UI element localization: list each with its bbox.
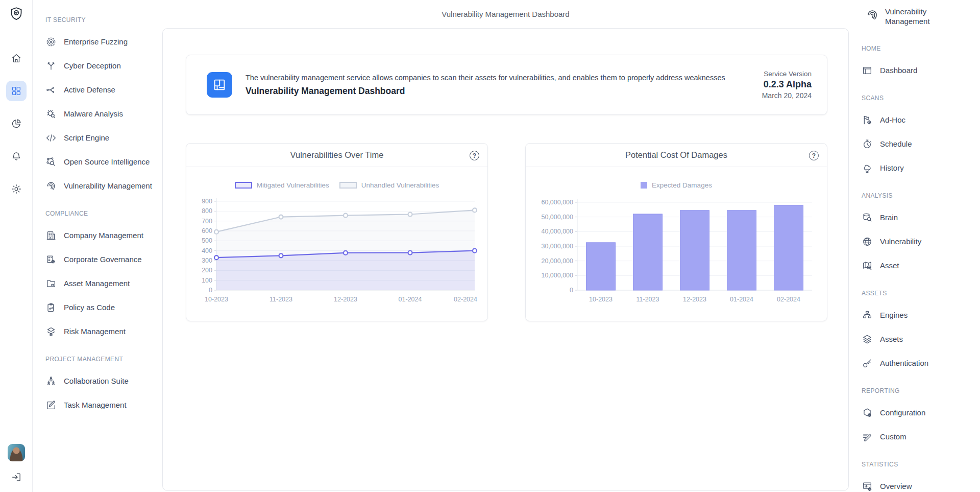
sidebar-item-label: Asset Management bbox=[64, 279, 130, 288]
sidebar-section-title: PROJECT MANAGEMENT bbox=[45, 343, 162, 369]
sidebar-item-label: Corporate Governance bbox=[64, 255, 142, 264]
right-nav-item-configuration[interactable]: Configuration bbox=[862, 401, 980, 425]
sidebar-item-label: Task Management bbox=[64, 401, 127, 409]
vulnerabilities-over-time-chart: 010020030040050060070080090010-202311-20… bbox=[186, 194, 487, 308]
legend-item-expected-damages[interactable]: Expected Damages bbox=[641, 181, 712, 189]
sidebar-item-enterprise-fuzzing[interactable]: Enterprise Fuzzing bbox=[45, 30, 162, 54]
legend-item-mitigated-vulnerabilities[interactable]: Mitigated Vulnerabilities bbox=[235, 181, 329, 189]
svg-text:01-2024: 01-2024 bbox=[399, 296, 422, 303]
sidebar-item-label: Enterprise Fuzzing bbox=[64, 37, 128, 46]
right-nav-item-label: Overview bbox=[880, 482, 912, 490]
active-defense-icon bbox=[45, 84, 57, 96]
sidebar-item-active-defense[interactable]: Active Defense bbox=[45, 78, 162, 102]
history-icon bbox=[862, 162, 873, 174]
right-nav-section-title: ASSETS bbox=[862, 277, 980, 303]
rail-notifications-button[interactable] bbox=[6, 146, 27, 167]
rail-dashboard-button[interactable] bbox=[6, 81, 27, 101]
sidebar-item-script-engine[interactable]: Script Engine bbox=[45, 126, 162, 150]
rail-settings-button[interactable] bbox=[6, 179, 27, 199]
vulnerabilities-over-time-card: Vulnerabilities Over Time ? Mitigated Vu… bbox=[186, 143, 488, 321]
right-nav-item-label: Asset bbox=[880, 261, 899, 270]
sidebar-item-open-source-intelligence[interactable]: Open Source Intelligence bbox=[45, 150, 162, 174]
sidebar-item-task-management[interactable]: Task Management bbox=[45, 393, 162, 417]
right-nav-item-authentication[interactable]: Authentication bbox=[862, 351, 980, 375]
svg-text:60,000,000: 60,000,000 bbox=[541, 199, 573, 206]
sidebar-item-risk-management[interactable]: Risk Management bbox=[45, 319, 162, 343]
schedule-icon bbox=[862, 138, 873, 150]
configuration-icon bbox=[862, 407, 873, 418]
vulnerability-management-icon bbox=[45, 180, 57, 192]
svg-text:12-2023: 12-2023 bbox=[334, 296, 357, 303]
service-version-label: Service Version bbox=[762, 70, 812, 78]
legend-label: Expected Damages bbox=[652, 181, 712, 189]
right-nav-item-asset[interactable]: Asset bbox=[862, 253, 980, 277]
page-title: Vulnerability Management Dashboard bbox=[162, 0, 849, 28]
sidebar-item-collaboration-suite[interactable]: Collaboration Suite bbox=[45, 369, 162, 393]
legend-key bbox=[339, 182, 357, 189]
svg-text:10-2023: 10-2023 bbox=[589, 296, 612, 303]
sidebar-item-label: Vulnerability Management bbox=[64, 181, 152, 190]
user-avatar[interactable] bbox=[8, 444, 25, 461]
svg-text:11-2023: 11-2023 bbox=[636, 296, 659, 303]
legend-key bbox=[641, 182, 647, 189]
right-nav-item-dashboard[interactable]: Dashboard bbox=[862, 58, 980, 82]
right-nav-section-title: STATISTICS bbox=[862, 449, 980, 474]
home-icon bbox=[11, 53, 22, 64]
risk-management-icon bbox=[45, 326, 57, 337]
help-icon[interactable]: ? bbox=[809, 151, 819, 160]
right-nav-item-custom[interactable]: Custom bbox=[862, 425, 980, 449]
svg-text:900: 900 bbox=[202, 198, 212, 205]
rail-analytics-button[interactable] bbox=[6, 113, 27, 134]
chart-title: Vulnerabilities Over Time bbox=[186, 144, 487, 167]
sidebar-item-label: Malware Analysis bbox=[64, 109, 123, 118]
right-nav-item-label: Brain bbox=[880, 213, 898, 222]
company-management-icon bbox=[45, 230, 57, 241]
right-sidebar: Vulnerability Management HOMEDashboardSC… bbox=[861, 0, 980, 492]
legend-item-unhandled-vulnerabilities[interactable]: Unhandled Vulnerabilities bbox=[339, 181, 439, 189]
right-nav-item-label: Authentication bbox=[880, 359, 928, 367]
sidebar-item-label: Risk Management bbox=[64, 327, 126, 336]
service-info-card: The vulnerability management service all… bbox=[186, 55, 827, 115]
svg-text:50,000,000: 50,000,000 bbox=[541, 214, 573, 221]
right-nav-item-overview[interactable]: Overview bbox=[862, 474, 980, 492]
right-nav-item-brain[interactable]: Brain bbox=[862, 205, 980, 229]
right-nav-item-history[interactable]: History bbox=[862, 156, 980, 180]
right-nav-item-engines[interactable]: Engines bbox=[862, 303, 980, 327]
malware-analysis-icon bbox=[45, 108, 57, 120]
svg-text:02-2024: 02-2024 bbox=[777, 296, 800, 303]
potential-cost-card: Potential Cost Of Damages ? Expected Dam… bbox=[525, 143, 827, 321]
right-nav-section-title: HOME bbox=[862, 33, 980, 58]
sidebar-item-malware-analysis[interactable]: Malware Analysis bbox=[45, 102, 162, 126]
sidebar-item-asset-management[interactable]: Asset Management bbox=[45, 271, 162, 295]
sidebar-item-vulnerability-management[interactable]: Vulnerability Management bbox=[45, 174, 162, 198]
gear-icon bbox=[11, 183, 22, 195]
right-nav-item-label: Engines bbox=[880, 311, 908, 319]
sidebar-item-label: Active Defense bbox=[64, 85, 115, 94]
right-nav-item-ad-hoc[interactable]: Ad-Hoc bbox=[862, 108, 980, 132]
right-nav-item-label: Ad-Hoc bbox=[880, 115, 905, 124]
svg-text:0: 0 bbox=[570, 287, 573, 294]
right-nav-item-schedule[interactable]: Schedule bbox=[862, 132, 980, 156]
svg-text:30,000,000: 30,000,000 bbox=[541, 243, 573, 250]
right-nav-item-assets[interactable]: Assets bbox=[862, 327, 980, 351]
right-nav-item-label: Vulnerability bbox=[880, 237, 921, 246]
right-nav-item-vulnerability[interactable]: Vulnerability bbox=[862, 229, 980, 253]
sidebar-item-corporate-governance[interactable]: Corporate Governance bbox=[45, 247, 162, 271]
sidebar-item-company-management[interactable]: Company Management bbox=[45, 223, 162, 247]
legend-key bbox=[235, 182, 252, 189]
help-icon[interactable]: ? bbox=[470, 151, 479, 160]
right-nav-item-label: Schedule bbox=[880, 139, 912, 148]
script-engine-icon bbox=[45, 132, 57, 144]
logout-icon[interactable] bbox=[11, 472, 22, 485]
potential-cost-chart: 010,000,00020,000,00030,000,00040,000,00… bbox=[526, 194, 827, 308]
module-brand-name: Vulnerability Management bbox=[885, 7, 941, 27]
sidebar-item-cyber-deception[interactable]: Cyber Deception bbox=[45, 54, 162, 78]
collaboration-suite-icon bbox=[45, 376, 57, 387]
svg-text:800: 800 bbox=[202, 207, 212, 215]
svg-text:02-2024: 02-2024 bbox=[454, 296, 477, 303]
sidebar-item-policy-as-code[interactable]: Policy as Code bbox=[45, 295, 162, 319]
right-nav-section-title: SCANS bbox=[862, 82, 980, 108]
rail-home-button[interactable] bbox=[6, 48, 27, 68]
icon-rail bbox=[0, 0, 33, 492]
corporate-governance-icon bbox=[45, 254, 57, 265]
